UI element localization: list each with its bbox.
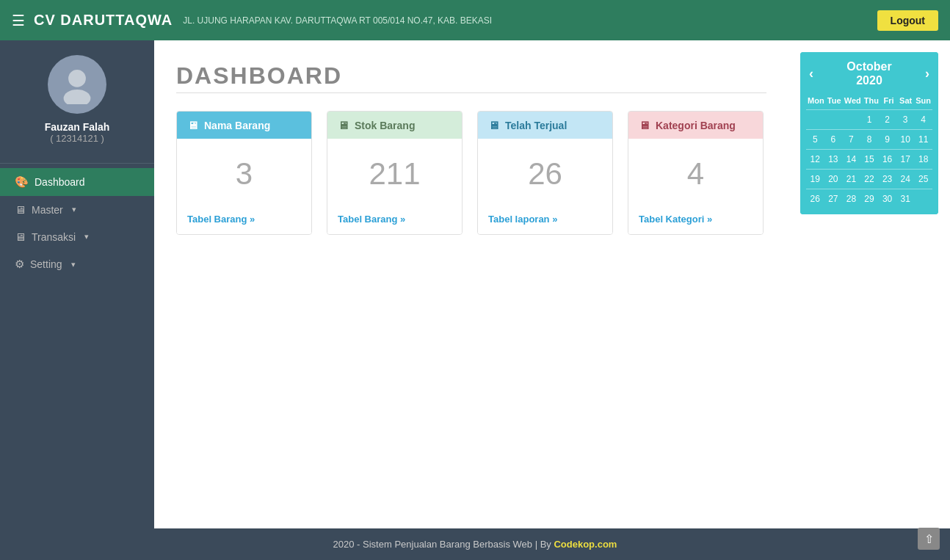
sidebar-item-setting[interactable]: ⚙ Setting ▾ [0,250,154,278]
cal-date-12[interactable]: 12 [806,151,824,167]
sidebar-item-dashboard[interactable]: 🎨 Dashboard [0,168,154,196]
cal-date-24[interactable]: 24 [896,171,915,187]
chevron-down-icon: ▾ [84,232,89,241]
cal-date-10[interactable]: 10 [896,131,915,148]
cal-date-3[interactable]: 3 [896,112,915,128]
cal-day-sun: Sun [914,93,932,108]
cal-date-15[interactable]: 15 [860,151,879,167]
sidebar-item-label: Setting [30,258,62,270]
cal-divider-3 [806,149,932,150]
monitor-icon: 🖥 [187,119,198,131]
cal-date-29[interactable]: 29 [860,191,879,207]
dashboard-icon: 🎨 [15,175,29,189]
card-link-tabel-kategori[interactable]: Tabel Kategori » [639,214,712,225]
calendar-header: ‹ October2020 › [800,52,938,90]
cal-day-sat: Sat [897,93,914,108]
cal-date-25[interactable]: 25 [914,171,932,187]
card-kategori-barang: 🖥 Kategori Barang 4 Tabel Kategori » [628,111,764,235]
calendar: ‹ October2020 › Mon Tue Wed Thu Fri Sat … [800,52,938,214]
brand-name: CV DARUTTAQWA [34,12,173,29]
sidebar-item-master[interactable]: 🖥 Master ▾ [0,196,154,223]
scroll-top-button[interactable]: ⇧ [918,528,940,550]
calendar-next-button[interactable]: › [925,66,929,81]
cal-date-27[interactable]: 27 [824,191,843,207]
card-link-tabel-barang-2[interactable]: Tabel Barang » [338,214,405,225]
cal-date-6[interactable]: 6 [824,131,843,148]
chevron-down-icon: ▾ [72,205,76,214]
card-link-tabel-barang-1[interactable]: Tabel Barang » [187,214,255,225]
logout-button[interactable]: Logout [877,10,938,31]
right-sidebar: ‹ October2020 › Mon Tue Wed Thu Fri Sat … [788,40,950,528]
transaksi-icon: 🖥 [15,230,26,243]
sidebar-nav: 🎨 Dashboard 🖥 Master ▾ 🖥 Transaksi ▾ ⚙ S… [0,168,154,278]
menu-icon[interactable]: ☰ [12,12,25,29]
cal-divider-5 [806,189,932,189]
monitor-icon-3: 🖥 [488,119,499,131]
sidebar-username: Fauzan Falah [45,121,110,133]
cal-week-2: 5 6 7 8 9 10 11 [806,131,932,148]
title-divider [176,92,766,93]
cal-date-22[interactable]: 22 [860,171,879,187]
monitor-icon-2: 🖥 [338,119,349,131]
avatar-icon [57,65,97,104]
cal-date-26[interactable]: 26 [806,191,824,207]
card-footer-telah-terjual: Tabel laporan » [478,206,612,234]
cal-date-19[interactable]: 19 [806,171,824,187]
cal-day-mon: Mon [806,93,826,108]
cal-cell [914,191,932,207]
cal-date-21[interactable]: 21 [842,171,860,187]
card-header-nama-barang: 🖥 Nama Barang [177,112,311,139]
cal-week-5: 26 27 28 29 30 31 [806,191,932,207]
cal-divider-1 [806,109,932,110]
cal-date-14[interactable]: 14 [842,151,860,167]
cal-date-16[interactable]: 16 [878,151,896,167]
cal-cell [824,112,843,128]
calendar-days-header: Mon Tue Wed Thu Fri Sat Sun [806,93,932,108]
cal-date-2[interactable]: 2 [878,112,896,128]
footer: 2020 - Sistem Penjualan Barang Berbasis … [0,528,950,560]
layout: Fauzan Falah ( 12314121 ) 🎨 Dashboard 🖥 … [0,40,950,528]
cal-divider-4 [806,169,932,170]
cal-date-20[interactable]: 20 [824,171,843,187]
sidebar-userid: ( 12314121 ) [50,133,104,144]
cal-date-7[interactable]: 7 [842,131,860,148]
cal-week-4: 19 20 21 22 23 24 25 [806,171,932,187]
calendar-grid: Mon Tue Wed Thu Fri Sat Sun 1 2 3 [800,90,938,214]
cal-date-17[interactable]: 17 [896,151,915,167]
footer-link[interactable]: Codekop.com [554,539,617,550]
header-address: JL. UJUNG HARAPAN KAV. DARUTTAQWA RT 005… [183,15,492,26]
setting-icon: ⚙ [15,258,24,271]
calendar-title: October2020 [846,59,891,87]
cal-date-18[interactable]: 18 [914,151,932,167]
cal-week-3: 12 13 14 15 16 17 18 [806,151,932,167]
card-label-stok-barang: Stok Barang [355,120,415,131]
cal-date-4[interactable]: 4 [914,112,932,128]
cal-cell [806,112,824,128]
sidebar-item-label: Dashboard [35,176,85,188]
cal-date-9[interactable]: 9 [878,131,896,148]
cal-cell [842,112,860,128]
calendar-prev-button[interactable]: ‹ [809,66,813,81]
card-value-stok-barang: 211 [327,139,462,206]
cal-date-1[interactable]: 1 [860,112,879,128]
cal-date-23[interactable]: 23 [878,171,896,187]
cal-date-5[interactable]: 5 [806,131,824,148]
cal-date-11[interactable]: 11 [914,131,932,148]
card-footer-stok-barang: Tabel Barang » [327,206,462,234]
card-link-tabel-laporan[interactable]: Tabel laporan » [488,214,557,225]
card-value-telah-terjual: 26 [478,139,612,206]
cal-date-31[interactable]: 31 [896,191,915,207]
footer-text: 2020 - Sistem Penjualan Barang Berbasis … [333,539,554,550]
cal-date-13[interactable]: 13 [824,151,843,167]
cal-day-wed: Wed [843,93,863,108]
sidebar-item-transaksi[interactable]: 🖥 Transaksi ▾ [0,223,154,250]
cal-date-28[interactable]: 28 [842,191,860,207]
main-content: DASHBOARD 🖥 Nama Barang 3 Tabel Barang »… [154,40,788,528]
cal-date-30[interactable]: 30 [878,191,896,207]
cal-date-8[interactable]: 8 [860,131,879,148]
card-label-kategori-barang: Kategori Barang [656,120,736,131]
cal-week-1: 1 2 3 4 [806,112,932,128]
svg-point-0 [68,70,86,87]
sidebar-divider [0,163,154,164]
card-header-kategori-barang: 🖥 Kategori Barang [628,112,763,139]
